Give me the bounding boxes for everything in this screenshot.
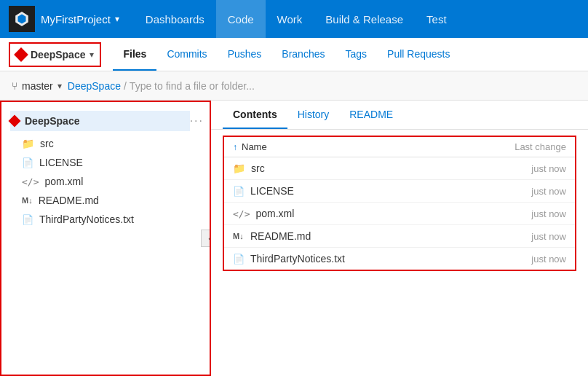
sort-arrow-icon: ↑ <box>233 142 237 152</box>
tab-contents[interactable]: Contents <box>223 101 287 129</box>
nav-commits[interactable]: Commits <box>156 38 217 71</box>
file-name: LICENSE <box>250 185 294 197</box>
main-content: DeepSpace ··· 📁 src 📄 LICENSE </> pom.xm… <box>0 101 588 376</box>
right-panel: Contents History README ↑ Name Last chan… <box>211 101 588 376</box>
file-name: ThirdPartyNotices.txt <box>250 253 345 265</box>
file-change: just now <box>479 231 566 242</box>
file-row-name: 📄 LICENSE <box>233 185 479 197</box>
left-panel: DeepSpace ··· 📁 src 📄 LICENSE </> pom.xm… <box>0 101 211 376</box>
code-icon: </> <box>22 176 39 187</box>
nav-dashboards[interactable]: Dashboards <box>134 0 216 38</box>
nav-branches[interactable]: Branches <box>271 38 335 71</box>
repo-chevron-icon: ▾ <box>90 50 94 60</box>
tab-history[interactable]: History <box>287 101 340 129</box>
name-column-label: Name <box>242 141 267 152</box>
file-change: just now <box>479 254 566 265</box>
file-tree: DeepSpace ··· 📁 src 📄 LICENSE </> pom.xm… <box>1 102 210 235</box>
panel-collapse-button[interactable]: ‹ <box>201 230 211 247</box>
file-row-name: </> pom.xml <box>233 208 479 219</box>
repo-selector[interactable]: DeepSpace ▾ <box>9 42 101 67</box>
file-name: README.md <box>250 230 311 242</box>
breadcrumb-separator: / <box>124 80 127 92</box>
file-list-header: ↑ Name Last change <box>224 137 575 157</box>
tree-item-license[interactable]: 📄 LICENSE <box>1 153 210 172</box>
tree-item-label: LICENSE <box>39 157 83 168</box>
top-nav: MyFirstProject ▾ Dashboards Code Work Bu… <box>0 0 588 38</box>
content-tabs: Contents History README <box>211 101 588 130</box>
file-row[interactable]: 📁 src just now <box>224 157 575 180</box>
project-name: MyFirstProject <box>41 13 111 26</box>
tree-item-label: README.md <box>39 195 99 206</box>
nav-tags[interactable]: Tags <box>335 38 377 71</box>
file-icon: 📄 <box>22 214 33 225</box>
branch-selector[interactable]: ⑂ master ▾ <box>12 80 62 92</box>
tree-root-label: DeepSpace <box>25 115 79 127</box>
nav-test[interactable]: Test <box>415 0 458 38</box>
top-nav-items: Dashboards Code Work Build & Release Tes… <box>134 0 458 38</box>
branch-name: master <box>22 80 53 92</box>
app-logo[interactable] <box>9 6 35 32</box>
nav-work[interactable]: Work <box>266 0 314 38</box>
tree-item-src[interactable]: 📁 src <box>1 134 210 153</box>
file-row[interactable]: </> pom.xml just now <box>224 203 575 225</box>
file-row[interactable]: M↓ README.md just now <box>224 225 575 248</box>
file-row-name: 📄 ThirdPartyNotices.txt <box>233 253 479 265</box>
nav-pull-requests[interactable]: Pull Requests <box>377 38 460 71</box>
file-row[interactable]: 📄 LICENSE just now <box>224 180 575 203</box>
file-row-name: M↓ README.md <box>233 230 479 242</box>
branch-icon: ⑂ <box>12 80 17 92</box>
nav-build-release[interactable]: Build & Release <box>314 0 415 38</box>
name-column-header: ↑ Name <box>233 141 479 152</box>
tree-diamond-icon <box>9 115 21 128</box>
folder-icon: 📁 <box>22 138 34 149</box>
file-change: just now <box>479 186 566 197</box>
change-column-header: Last change <box>479 141 566 152</box>
file-row-name: 📁 src <box>233 162 479 174</box>
tree-item-label: pom.xml <box>44 176 83 187</box>
md-icon: M↓ <box>233 232 245 240</box>
breadcrumb: DeepSpace / Type to find a file or folde… <box>68 80 255 92</box>
tree-item-thirdparty[interactable]: 📄 ThirdPartyNotices.txt <box>1 210 210 229</box>
folder-icon: 📁 <box>233 162 245 174</box>
repo-diamond-icon <box>14 47 28 62</box>
tree-item-pom[interactable]: </> pom.xml <box>1 172 210 191</box>
tab-readme[interactable]: README <box>339 101 403 129</box>
second-nav-items: Files Commits Pushes Branches Tags Pull … <box>113 38 460 71</box>
code-icon: </> <box>233 208 250 219</box>
nav-files[interactable]: Files <box>113 38 156 71</box>
file-icon: 📄 <box>233 254 245 265</box>
project-chevron-icon: ▾ <box>115 14 119 24</box>
branch-chevron-icon: ▾ <box>57 81 62 91</box>
file-name: pom.xml <box>255 208 294 219</box>
file-icon: 📄 <box>233 186 245 197</box>
file-change: just now <box>479 163 566 174</box>
file-list: ↑ Name Last change 📁 src just now 📄 LICE… <box>223 136 576 271</box>
second-nav: DeepSpace ▾ Files Commits Pushes Branche… <box>0 38 588 71</box>
panel-header: DeepSpace ··· <box>1 108 210 134</box>
file-name: src <box>251 162 265 174</box>
file-row[interactable]: 📄 ThirdPartyNotices.txt just now <box>224 248 575 270</box>
branch-bar: ⑂ master ▾ DeepSpace / Type to find a fi… <box>0 71 588 101</box>
file-change: just now <box>479 208 566 219</box>
tree-item-label: ThirdPartyNotices.txt <box>39 214 134 225</box>
file-icon: 📄 <box>22 157 33 168</box>
tree-item-label: src <box>40 138 54 149</box>
more-options-icon[interactable]: ··· <box>190 114 204 128</box>
repo-name: DeepSpace <box>31 49 85 60</box>
breadcrumb-root[interactable]: DeepSpace <box>68 80 121 92</box>
breadcrumb-placeholder[interactable]: Type to find a file or folder... <box>130 80 255 92</box>
tree-item-readme[interactable]: M↓ README.md <box>1 191 210 210</box>
nav-pushes[interactable]: Pushes <box>218 38 272 71</box>
project-selector[interactable]: MyFirstProject ▾ <box>41 13 119 26</box>
tree-root[interactable]: DeepSpace <box>10 111 190 131</box>
nav-code[interactable]: Code <box>216 0 266 38</box>
md-icon: M↓ <box>22 196 33 205</box>
